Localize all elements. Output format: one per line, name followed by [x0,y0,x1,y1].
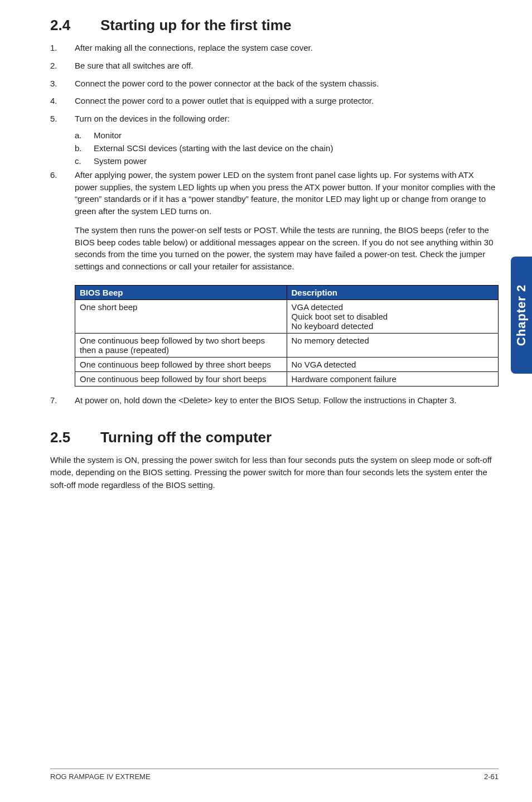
bios-beep-table: BIOS Beep Description One short beep VGA… [75,285,499,386]
table-row: One short beep VGA detected Quick boot s… [75,299,499,333]
list-item: 5. Turn on the devices in the following … [50,113,499,125]
page-footer: ROG RAMPAGE IV EXTREME 2-61 [50,769,499,781]
list-number: 3. [50,78,75,90]
sublist-text: External SCSI devices (starting with the… [94,143,333,153]
list-number: 7. [50,394,75,407]
list-text: After making all the connections, replac… [75,42,499,54]
list-item-6: 6. After applying power, the system powe… [50,169,499,279]
table-cell-beep: One continuous beep followed by three sh… [75,357,287,371]
list-text: Turn on the devices in the following ord… [75,113,499,125]
list-text: Be sure that all switches are off. [75,60,499,72]
list-text: Connect the power cord to the power conn… [75,78,499,90]
table-cell-beep: One short beep [75,299,287,333]
heading-title: Turning off the computer [100,429,272,446]
list-item-7: 7. At power on, hold down the <Delete> k… [50,394,499,407]
ordered-list-main: 1. After making all the connections, rep… [50,42,499,279]
body-paragraph: While the system is ON, pressing the pow… [50,454,499,492]
list-item: 2. Be sure that all switches are off. [50,60,499,72]
list-item: 4. Connect the power cord to a power out… [50,95,499,107]
chapter-side-tab: Chapter 2 [511,257,532,374]
list-number: 4. [50,95,75,107]
sublist-item: b. External SCSI devices (starting with … [75,143,499,153]
heading-2-5: 2.5 Turning off the computer [50,429,499,446]
list-number: 2. [50,60,75,72]
table-row: One continuous beep followed by four sho… [75,371,499,386]
sublist-5: a. Monitor b. External SCSI devices (sta… [75,131,499,166]
sublist-text: Monitor [94,131,122,140]
heading-title: Starting up for the first time [100,17,291,34]
paragraph: After applying power, the system power L… [75,169,499,218]
sublist-letter: a. [75,131,94,140]
heading-number: 2.5 [50,429,100,446]
table-header-description: Description [287,285,499,299]
sublist-letter: b. [75,143,94,153]
table-cell-desc: VGA detected Quick boot set to disabled … [287,299,499,333]
list-number: 1. [50,42,75,54]
list-number: 6. [50,169,75,279]
sublist-item: a. Monitor [75,131,499,140]
list-text-block: After applying power, the system power L… [75,169,499,279]
sublist-item: c. System power [75,156,499,166]
table-cell-desc: No VGA detected [287,357,499,371]
list-item: 1. After making all the connections, rep… [50,42,499,54]
heading-number: 2.4 [50,17,100,34]
list-text: At power on, hold down the <Delete> key … [75,394,499,407]
list-item: 3. Connect the power cord to the power c… [50,78,499,90]
list-number: 5. [50,113,75,125]
table-cell-beep: One continuous beep followed by two shor… [75,333,287,357]
paragraph: The system then runs the power-on self t… [75,224,499,273]
table-cell-desc: Hardware component failure [287,371,499,386]
section-2-5: 2.5 Turning off the computer While the s… [50,429,499,492]
footer-left: ROG RAMPAGE IV EXTREME [50,772,151,781]
table-cell-desc: No memory detected [287,333,499,357]
table-cell-beep: One continuous beep followed by four sho… [75,371,287,386]
footer-right: 2-61 [484,772,499,781]
chapter-side-tab-label: Chapter 2 [514,284,529,346]
table-header-beep: BIOS Beep [75,285,287,299]
table-row: One continuous beep followed by two shor… [75,333,499,357]
heading-2-4: 2.4 Starting up for the first time [50,17,499,34]
document-page: Chapter 2 2.4 Starting up for the first … [0,0,532,802]
sublist-text: System power [94,156,147,166]
table-row: One continuous beep followed by three sh… [75,357,499,371]
list-text: Connect the power cord to a power outlet… [75,95,499,107]
sublist-letter: c. [75,156,94,166]
